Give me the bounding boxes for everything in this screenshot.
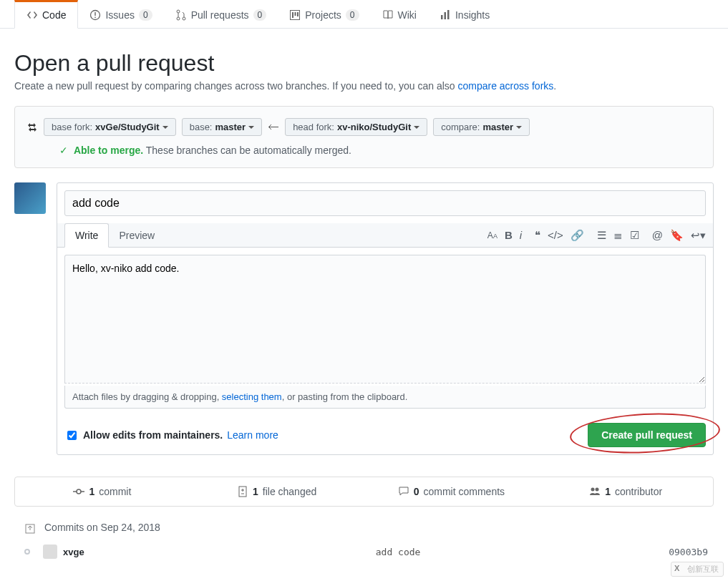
commits-label: commit	[99, 486, 131, 497]
comments-label: commit comments	[423, 486, 505, 497]
svg-rect-12	[447, 10, 450, 19]
svg-point-3	[177, 10, 180, 13]
pr-body-textarea[interactable]	[64, 255, 706, 384]
quote-icon[interactable]: ❝	[535, 229, 540, 242]
commit-timeline: Commits on Sep 24, 2018 xvge add code 09…	[14, 517, 714, 563]
issues-icon	[89, 9, 101, 21]
svg-rect-2	[95, 17, 96, 19]
page-subtitle: Create a new pull request by comparing c…	[14, 80, 714, 92]
create-pr-button[interactable]: Create pull request	[588, 423, 706, 447]
chevron-down-icon	[414, 126, 419, 132]
tab-pull-requests[interactable]: Pull requests 0	[164, 0, 278, 28]
ol-icon[interactable]: ≣	[613, 229, 623, 242]
tab-code-label: Code	[42, 9, 66, 21]
mention-icon[interactable]: @	[652, 229, 663, 241]
base-branch-select[interactable]: base: master	[182, 118, 262, 136]
bold-icon[interactable]: B	[505, 229, 513, 241]
svg-rect-9	[297, 12, 299, 16]
comment-box: Write Preview AA B i ❝ </> 🔗 ☰	[57, 182, 714, 455]
graph-icon	[440, 9, 451, 21]
italic-icon[interactable]: i	[520, 229, 522, 241]
tab-issues[interactable]: Issues 0	[78, 0, 163, 28]
allow-edits-text: Allow edits from maintainers.	[83, 429, 223, 441]
repo-nav: Code Issues 0 Pull requests 0 Projects 0…	[0, 0, 728, 29]
link-icon[interactable]: 🔗	[571, 229, 584, 242]
page-title: Open a pull request	[14, 50, 714, 77]
compare-forks-link[interactable]: compare across forks	[457, 80, 553, 92]
commit-row[interactable]: xvge add code 09003b9	[24, 540, 714, 563]
compare-branch-select[interactable]: compare: master	[433, 118, 530, 136]
contrib-count: 1	[605, 486, 611, 497]
select-files-link[interactable]: selecting them	[222, 391, 282, 402]
tab-wiki[interactable]: Wiki	[371, 0, 428, 28]
compare-value: master	[482, 122, 513, 132]
commit-message[interactable]: add code	[127, 547, 669, 557]
text-size-icon[interactable]: AA	[487, 230, 498, 240]
repo-push-icon	[24, 523, 36, 534]
chevron-down-icon	[248, 126, 254, 132]
commit-avatar	[43, 545, 57, 559]
write-tab[interactable]: Write	[64, 223, 109, 248]
comment-icon	[398, 486, 409, 497]
preview-tab[interactable]: Preview	[109, 224, 165, 247]
tab-projects[interactable]: Projects 0	[278, 0, 370, 28]
commits-count: 1	[89, 486, 94, 497]
check-icon: ✓	[59, 145, 68, 156]
timeline-heading: Commits on Sep 24, 2018	[44, 517, 160, 540]
reply-icon[interactable]: ↩▾	[691, 229, 706, 242]
chevron-down-icon	[162, 126, 168, 132]
commit-author[interactable]: xvge	[63, 547, 106, 557]
commit-sha[interactable]: 09003b9	[669, 547, 714, 557]
issues-count: 0	[139, 9, 152, 21]
stat-files[interactable]: 1 file changed	[190, 477, 364, 506]
tab-insights[interactable]: Insights	[428, 0, 501, 28]
tab-insights-label: Insights	[455, 9, 490, 21]
compare-label: compare:	[441, 122, 480, 132]
base-fork-select[interactable]: base fork: xvGe/StudyGit	[44, 118, 176, 136]
allow-edits-checkbox[interactable]	[67, 431, 77, 440]
stats-bar: 1 commit 1 file changed 0 commit comment…	[14, 477, 714, 507]
watermark: 创新互联	[671, 562, 724, 577]
base-label: base:	[190, 122, 213, 132]
stat-commits[interactable]: 1 commit	[15, 477, 190, 506]
compare-icon	[26, 122, 38, 133]
head-fork-label: head fork:	[293, 122, 334, 132]
svg-rect-10	[441, 15, 443, 19]
stat-contributors[interactable]: 1 contributor	[538, 477, 713, 506]
contrib-label: contributor	[615, 486, 662, 497]
svg-rect-1	[95, 12, 96, 16]
attach-prefix: Attach files by dragging & dropping,	[72, 391, 222, 402]
svg-rect-7	[292, 12, 293, 18]
tab-issues-label: Issues	[105, 9, 134, 21]
projects-count: 0	[346, 9, 359, 21]
md-toolbar: AA B i ❝ </> 🔗 ☰ ≣ ☑ @	[487, 229, 706, 242]
attach-suffix: , or pasting from the clipboard.	[282, 391, 408, 402]
chevron-down-icon	[516, 126, 522, 132]
svg-point-21	[596, 488, 599, 492]
pr-title-input[interactable]	[64, 190, 706, 216]
bookmark-icon[interactable]: 🔖	[670, 229, 684, 242]
stat-comments[interactable]: 0 commit comments	[364, 477, 539, 506]
ul-icon[interactable]: ☰	[597, 229, 606, 242]
tab-wiki-label: Wiki	[398, 9, 417, 21]
base-value: master	[215, 122, 246, 132]
pr-count: 0	[253, 9, 267, 21]
pr-icon	[175, 9, 187, 21]
code-icon[interactable]: </>	[548, 229, 563, 241]
base-fork-label: base fork:	[52, 122, 92, 132]
arrow-left-icon: 🡐	[268, 121, 279, 134]
svg-rect-11	[444, 12, 446, 19]
subtitle-text: Create a new pull request by comparing c…	[14, 80, 457, 92]
svg-point-4	[177, 17, 180, 20]
subtitle-suffix: .	[553, 80, 556, 92]
task-icon[interactable]: ☑	[630, 229, 639, 242]
tab-code[interactable]: Code	[14, 0, 78, 29]
learn-more-link[interactable]: Learn more	[227, 429, 278, 441]
compare-box: base fork: xvGe/StudyGit base: master 🡐 …	[14, 106, 714, 168]
head-fork-select[interactable]: head fork: xv-niko/StudyGit	[285, 118, 427, 136]
head-fork-value: xv-niko/StudyGit	[337, 122, 411, 132]
avatar	[14, 182, 46, 214]
book-icon	[382, 9, 394, 21]
svg-point-20	[591, 488, 595, 492]
allow-edits-label[interactable]: Allow edits from maintainers. Learn more	[64, 429, 278, 442]
